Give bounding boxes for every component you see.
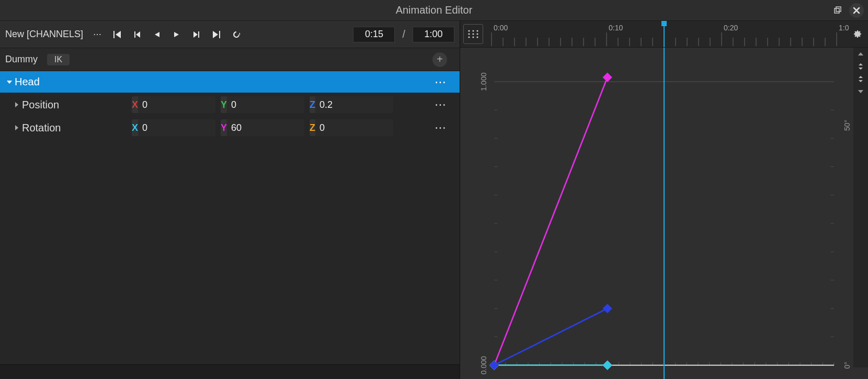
svg-rect-0 — [835, 8, 839, 13]
previous-keyframe-button[interactable] — [128, 26, 146, 43]
expand-toggle-icon[interactable] — [4, 79, 15, 85]
add-track-button[interactable]: + — [432, 52, 447, 67]
svg-point-2 — [468, 30, 470, 31]
v-zoom-button-2[interactable] — [853, 73, 868, 85]
svg-point-4 — [476, 30, 478, 31]
axis-x-icon: X — [132, 99, 138, 110]
window-title: Animation Editor — [396, 4, 473, 16]
curve-canvas[interactable]: 1.0000.00050°0° — [460, 48, 868, 379]
property-row-rotation: Rotation X Y Z ⋯ — [0, 116, 460, 139]
svg-text:0:20: 0:20 — [724, 24, 738, 32]
play-reverse-button[interactable] — [148, 26, 166, 43]
svg-point-7 — [476, 33, 478, 35]
time-separator: / — [402, 28, 405, 40]
track-label: Head — [15, 76, 40, 88]
rotation-x-field[interactable]: X — [132, 119, 215, 136]
close-button[interactable] — [849, 3, 864, 18]
svg-point-6 — [472, 33, 474, 35]
svg-text:1:00: 1:00 — [839, 24, 849, 32]
svg-rect-46 — [661, 21, 667, 26]
position-z-input[interactable] — [315, 96, 393, 113]
chevron-right-icon[interactable] — [12, 102, 22, 108]
track-hierarchy: Head ⋯ Position X Y Z ⋯ Rotation X — [0, 71, 460, 364]
svg-text:0.000: 0.000 — [479, 356, 488, 374]
animation-selector[interactable]: New [CHANNELS] — [5, 29, 83, 40]
animation-channels-tag: [CHANNELS] — [27, 29, 83, 39]
svg-text:0°: 0° — [843, 362, 851, 369]
left-panel: New [CHANNELS] ⋯ 0:15 / 1:00 Dummy IK + — [0, 21, 460, 379]
track-menu-button[interactable]: ⋯ — [435, 75, 447, 89]
axis-z-icon: Z — [310, 122, 315, 133]
go-to-start-button[interactable] — [108, 26, 126, 43]
property-label: Rotation — [22, 122, 132, 134]
play-button[interactable] — [168, 26, 186, 43]
axis-z-icon: Z — [310, 99, 315, 110]
position-y-field[interactable]: Y — [221, 96, 304, 113]
svg-text:50°: 50° — [843, 120, 851, 131]
svg-point-8 — [468, 36, 470, 38]
curve-editor-panel: 0:000:100:201:00 1.0000.00050°0° — [460, 21, 868, 379]
go-to-end-button[interactable] — [208, 26, 225, 43]
svg-rect-111 — [602, 304, 612, 313]
position-z-field[interactable]: Z — [310, 96, 393, 113]
duration-field[interactable]: 1:00 — [413, 27, 454, 42]
scroll-up-button[interactable] — [853, 48, 868, 60]
position-y-input[interactable] — [227, 96, 304, 113]
property-menu-button[interactable]: ⋯ — [435, 121, 447, 135]
v-zoom-button[interactable] — [853, 60, 868, 73]
current-time-field[interactable]: 0:15 — [353, 27, 395, 42]
svg-point-3 — [472, 30, 474, 31]
ik-mode[interactable]: IK — [47, 54, 70, 65]
title-bar: Animation Editor — [0, 0, 868, 21]
svg-rect-109 — [602, 360, 612, 370]
property-label: Position — [22, 99, 132, 111]
svg-point-10 — [476, 36, 478, 38]
maximize-toggle-button[interactable] — [830, 3, 845, 18]
rotation-y-input[interactable] — [227, 119, 304, 136]
rotation-y-field[interactable]: Y — [221, 119, 304, 136]
rotation-z-input[interactable] — [315, 119, 393, 136]
position-x-input[interactable] — [138, 96, 215, 113]
rotation-x-input[interactable] — [138, 119, 215, 136]
property-menu-button[interactable]: ⋯ — [435, 98, 447, 112]
curve-area[interactable]: 1.0000.00050°0° — [460, 48, 868, 379]
loop-button[interactable] — [227, 26, 245, 43]
track-head[interactable]: Head ⋯ — [0, 71, 460, 93]
axis-x-icon: X — [132, 122, 138, 133]
svg-point-9 — [472, 36, 474, 38]
curve-toolbar: 0:000:100:201:00 — [460, 21, 868, 48]
vertical-toolbar — [853, 48, 868, 367]
svg-point-5 — [468, 33, 470, 35]
axis-y-icon: Y — [221, 122, 227, 133]
mode-row: Dummy IK + — [0, 48, 460, 71]
svg-rect-1 — [836, 7, 841, 12]
next-keyframe-button[interactable] — [188, 26, 205, 43]
playback-toolbar: New [CHANNELS] ⋯ 0:15 / 1:00 — [0, 21, 460, 48]
position-x-field[interactable]: X — [132, 96, 215, 113]
axis-y-icon: Y — [221, 99, 227, 110]
animation-options-button[interactable]: ⋯ — [88, 26, 106, 43]
dummy-mode[interactable]: Dummy — [5, 54, 38, 65]
timeline-ruler[interactable]: 0:000:100:201:00 — [486, 21, 849, 47]
property-row-position: Position X Y Z ⋯ — [0, 93, 460, 116]
rotation-z-field[interactable]: Z — [310, 119, 393, 136]
animation-name: New — [5, 29, 24, 39]
svg-text:0:10: 0:10 — [609, 24, 623, 32]
svg-text:1.000: 1.000 — [479, 72, 488, 91]
snap-grid-button[interactable] — [463, 24, 483, 44]
svg-text:0:00: 0:00 — [494, 24, 508, 32]
chevron-right-icon[interactable] — [12, 125, 22, 131]
settings-button[interactable] — [849, 26, 865, 42]
svg-rect-110 — [489, 360, 499, 370]
svg-rect-105 — [602, 72, 612, 82]
left-footer — [0, 364, 460, 379]
scroll-down-button[interactable] — [853, 85, 868, 98]
